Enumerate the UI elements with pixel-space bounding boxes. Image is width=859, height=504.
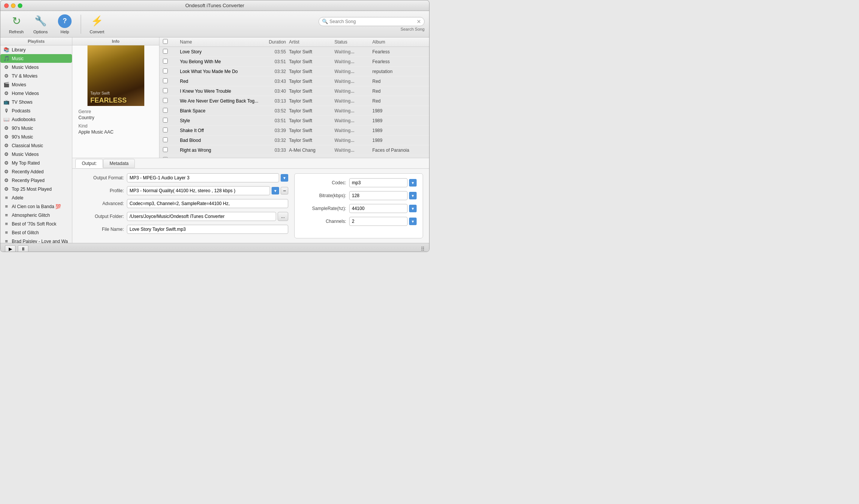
sidebar-item-audiobooks[interactable]: 📖Audiobooks <box>0 115 72 124</box>
resize-handle[interactable]: ⠿ <box>421 246 425 252</box>
channels-arrow[interactable]: ▼ <box>409 218 417 225</box>
file-name-input[interactable] <box>127 225 288 234</box>
bitrate-value: 128 <box>352 193 359 198</box>
table-row[interactable]: Style 03:51 Taylor Swift Waiting... 1989 <box>159 116 429 126</box>
checkbox-8[interactable] <box>163 128 168 132</box>
table-row[interactable]: Love Story 03:55 Taylor Swift Waiting...… <box>159 47 429 57</box>
row-checkbox-0[interactable] <box>159 49 171 55</box>
song-artist-4: Taylor Swift <box>289 89 334 94</box>
sidebar-item-atmospheric[interactable]: ≡Atmospheric Glitch <box>0 211 72 219</box>
output-format-select[interactable]: MP3 - MPEG-1 Audio Layer 3 <box>127 173 279 182</box>
sidebar-item-movies[interactable]: 🎬Movies <box>0 80 72 89</box>
search-input[interactable] <box>330 19 415 24</box>
sidebar-icon-90s-music: ⚙ <box>3 125 9 131</box>
song-artist-6: Taylor Swift <box>289 108 334 114</box>
checkbox-0[interactable] <box>163 49 168 54</box>
checkbox-10[interactable] <box>163 147 168 152</box>
sidebar-item-music[interactable]: 🎵Music <box>0 54 72 63</box>
check-all-checkbox[interactable] <box>163 39 168 44</box>
refresh-button[interactable]: ↻ Refresh <box>5 13 28 36</box>
sidebar-item-home-videos[interactable]: ⚙Home Videos <box>0 89 72 98</box>
sidebar-item-music-videos2[interactable]: ⚙Music Videos <box>0 150 72 159</box>
help-label: Help <box>61 30 69 34</box>
sidebar-item-top-rated[interactable]: ⚙My Top Rated <box>0 159 72 167</box>
row-checkbox-3[interactable] <box>159 78 171 84</box>
profile-minus-button[interactable]: − <box>281 187 288 194</box>
row-checkbox-4[interactable] <box>159 88 171 94</box>
sidebar-item-adele[interactable]: ≡Adele <box>0 193 72 202</box>
bitrate-arrow[interactable]: ▼ <box>409 192 417 199</box>
table-row[interactable]: Do You Still Want to Love Me 06:15 A-Mei… <box>159 155 429 158</box>
sidebar-item-music-videos[interactable]: ⚙Music Videos <box>0 63 72 72</box>
sidebar-item-al-cien[interactable]: ≡Al Cien con la Banda 💯 <box>0 202 72 211</box>
table-row[interactable]: Blank Space 03:52 Taylor Swift Waiting..… <box>159 106 429 116</box>
tab-metadata[interactable]: Metadata <box>103 159 135 168</box>
play-button[interactable]: ▶ <box>5 245 16 252</box>
table-row[interactable]: We Are Never Ever Getting Back Tog... 03… <box>159 96 429 106</box>
advanced-input[interactable] <box>127 199 288 208</box>
table-row[interactable]: Right as Wrong 03:33 A-Mei Chang Waiting… <box>159 145 429 155</box>
checkbox-4[interactable] <box>163 88 168 93</box>
convert-button[interactable]: ⚡ Convert <box>86 13 108 36</box>
sidebar-item-brad-paisley[interactable]: ≡Brad Paisley - Love and Wa <box>0 237 72 243</box>
search-box[interactable]: 🔍 ✕ <box>319 17 425 26</box>
sidebar-item-library[interactable]: 📚Library <box>0 45 72 54</box>
row-checkbox-5[interactable] <box>159 98 171 104</box>
row-checkbox-1[interactable] <box>159 59 171 65</box>
table-row[interactable]: Look What You Made Me Do 03:32 Taylor Sw… <box>159 67 429 76</box>
songs-scroll[interactable]: Love Story 03:55 Taylor Swift Waiting...… <box>159 47 429 158</box>
table-row[interactable]: Shake It Off 03:39 Taylor Swift Waiting.… <box>159 126 429 135</box>
output-format-arrow[interactable]: ▼ <box>281 174 288 182</box>
sidebar-item-90s-music2[interactable]: ⚙90's Music <box>0 132 72 141</box>
row-checkbox-8[interactable] <box>159 128 171 134</box>
row-checkbox-7[interactable] <box>159 118 171 124</box>
table-row[interactable]: I Knew You Were Trouble 03:40 Taylor Swi… <box>159 86 429 96</box>
sidebar-item-best-glitch[interactable]: ≡Best of Glitch <box>0 228 72 237</box>
check-all-header[interactable] <box>159 39 171 45</box>
sidebar-item-tv-movies[interactable]: ⚙TV & Movies <box>0 72 72 80</box>
sidebar-item-top25[interactable]: ⚙Top 25 Most Played <box>0 185 72 193</box>
table-row[interactable]: You Belong With Me 03:51 Taylor Swift Wa… <box>159 57 429 67</box>
table-row[interactable]: Bad Blood 03:32 Taylor Swift Waiting... … <box>159 135 429 145</box>
sidebar-item-90s-music[interactable]: ⚙90's Music <box>0 124 72 132</box>
table-row[interactable]: Red 03:43 Taylor Swift Waiting... Red <box>159 76 429 86</box>
minimize-button[interactable] <box>11 3 16 8</box>
checkbox-2[interactable] <box>163 68 168 73</box>
sidebar-item-recently-added[interactable]: ⚙Recently Added <box>0 167 72 176</box>
row-checkbox-10[interactable] <box>159 147 171 153</box>
checkbox-1[interactable] <box>163 59 168 64</box>
output-folder-input[interactable] <box>127 212 276 221</box>
song-name-2: Look What You Made Me Do <box>178 69 262 74</box>
codec-arrow[interactable]: ▼ <box>409 179 417 187</box>
profile-arrow[interactable]: ▼ <box>272 187 279 194</box>
row-checkbox-2[interactable] <box>159 68 171 75</box>
row-checkbox-9[interactable] <box>159 137 171 143</box>
maximize-button[interactable] <box>18 3 22 8</box>
samplerate-select-box[interactable]: 44100 <box>349 204 408 213</box>
sidebar-item-tv-shows[interactable]: 📺TV Shows <box>0 98 72 106</box>
sidebar-item-best-70s[interactable]: ≡Best of '70s Soft Rock <box>0 219 72 228</box>
sidebar-item-recently-played[interactable]: ⚙Recently Played <box>0 176 72 185</box>
clear-search-icon[interactable]: ✕ <box>417 19 421 25</box>
tab-output[interactable]: Output: <box>75 159 103 168</box>
checkbox-9[interactable] <box>163 137 168 142</box>
checkbox-5[interactable] <box>163 98 168 103</box>
bitrate-select-box[interactable]: 128 <box>349 191 408 200</box>
codec-select-box[interactable]: mp3 <box>349 178 408 187</box>
close-button[interactable] <box>4 3 9 8</box>
options-button[interactable]: 🔧 Options <box>29 13 52 36</box>
checkbox-6[interactable] <box>163 108 168 113</box>
checkbox-7[interactable] <box>163 118 168 123</box>
profile-select[interactable]: MP3 - Normal Quality( 44100 Hz, stereo ,… <box>127 186 270 195</box>
sidebar-icon-recently-played: ⚙ <box>3 177 9 183</box>
sidebar-item-classical[interactable]: ⚙Classical Music <box>0 141 72 150</box>
window-controls[interactable] <box>4 3 22 8</box>
channels-select-box[interactable]: 2 <box>349 217 408 226</box>
help-button[interactable]: ? Help <box>53 13 76 36</box>
checkbox-3[interactable] <box>163 78 168 83</box>
row-checkbox-6[interactable] <box>159 108 171 114</box>
sidebar-item-podcasts[interactable]: 🎙Podcasts <box>0 106 72 115</box>
samplerate-arrow[interactable]: ▼ <box>409 205 417 212</box>
browse-folder-button[interactable]: ... <box>278 212 288 221</box>
pause-button[interactable]: ⏸ <box>18 245 28 252</box>
